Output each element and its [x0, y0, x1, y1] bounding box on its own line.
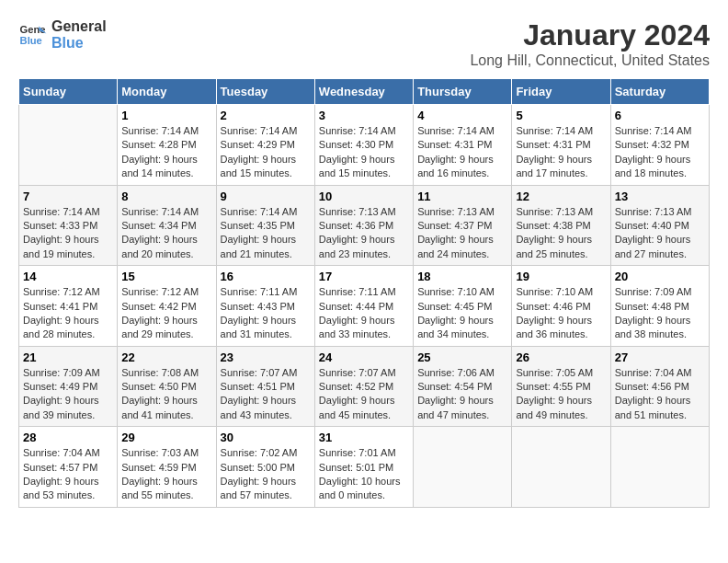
calendar-cell: 4Sunrise: 7:14 AM Sunset: 4:31 PM Daylig…: [414, 105, 512, 186]
day-number: 17: [319, 270, 409, 283]
calendar-week-row: 1Sunrise: 7:14 AM Sunset: 4:28 PM Daylig…: [19, 105, 710, 186]
calendar-table: SundayMondayTuesdayWednesdayThursdayFrid…: [18, 78, 710, 508]
day-number: 25: [417, 350, 507, 364]
day-number: 4: [417, 109, 507, 122]
calendar-cell: 3Sunrise: 7:14 AM Sunset: 4:30 PM Daylig…: [314, 105, 413, 186]
calendar-header: SundayMondayTuesdayWednesdayThursdayFrid…: [19, 79, 710, 105]
day-number: 20: [615, 270, 705, 283]
weekday-header: Monday: [118, 79, 216, 105]
day-info: Sunrise: 7:14 AM Sunset: 4:29 PM Dayligh…: [221, 124, 311, 181]
weekday-header: Thursday: [414, 79, 512, 105]
calendar-week-row: 21Sunrise: 7:09 AM Sunset: 4:49 PM Dayli…: [19, 346, 710, 427]
day-number: 3: [319, 109, 409, 122]
logo-line2: Blue: [51, 35, 107, 52]
day-info: Sunrise: 7:14 AM Sunset: 4:30 PM Dayligh…: [319, 124, 409, 181]
day-number: 18: [417, 270, 507, 283]
calendar-cell: [414, 427, 512, 508]
day-info: Sunrise: 7:02 AM Sunset: 5:00 PM Dayligh…: [221, 446, 311, 503]
day-number: 22: [121, 350, 211, 364]
day-number: 29: [121, 431, 211, 444]
day-info: Sunrise: 7:08 AM Sunset: 4:50 PM Dayligh…: [121, 366, 211, 423]
day-info: Sunrise: 7:09 AM Sunset: 4:48 PM Dayligh…: [615, 285, 705, 342]
calendar-cell: 21Sunrise: 7:09 AM Sunset: 4:49 PM Dayli…: [19, 346, 118, 427]
weekday-header: Sunday: [19, 79, 118, 105]
day-number: 31: [319, 431, 409, 444]
title-area: January 2024 Long Hill, Connecticut, Uni…: [470, 18, 710, 69]
day-info: Sunrise: 7:14 AM Sunset: 4:33 PM Dayligh…: [23, 205, 113, 262]
day-info: Sunrise: 7:01 AM Sunset: 5:01 PM Dayligh…: [319, 446, 409, 503]
day-number: 9: [221, 190, 311, 203]
day-number: 8: [121, 190, 211, 203]
day-number: 15: [121, 270, 211, 283]
day-number: 30: [221, 431, 311, 444]
calendar-cell: 5Sunrise: 7:14 AM Sunset: 4:31 PM Daylig…: [512, 105, 610, 186]
day-number: 26: [516, 350, 606, 364]
logo-icon: Gene Blue: [18, 20, 48, 50]
header: Gene Blue General Blue January 2024 Long…: [18, 18, 710, 69]
day-info: Sunrise: 7:10 AM Sunset: 4:46 PM Dayligh…: [516, 285, 606, 342]
day-info: Sunrise: 7:11 AM Sunset: 4:43 PM Dayligh…: [221, 285, 311, 342]
calendar-cell: 9Sunrise: 7:14 AM Sunset: 4:35 PM Daylig…: [216, 185, 314, 266]
day-info: Sunrise: 7:14 AM Sunset: 4:35 PM Dayligh…: [221, 205, 311, 262]
calendar-cell: 23Sunrise: 7:07 AM Sunset: 4:51 PM Dayli…: [216, 346, 314, 427]
month-title: January 2024: [470, 18, 710, 52]
calendar-cell: 2Sunrise: 7:14 AM Sunset: 4:29 PM Daylig…: [216, 105, 314, 186]
calendar-cell: 13Sunrise: 7:13 AM Sunset: 4:40 PM Dayli…: [610, 185, 709, 266]
weekday-header: Friday: [512, 79, 610, 105]
day-number: 13: [615, 190, 705, 203]
calendar-cell: 31Sunrise: 7:01 AM Sunset: 5:01 PM Dayli…: [314, 427, 413, 508]
svg-text:Blue: Blue: [20, 35, 42, 46]
day-info: Sunrise: 7:09 AM Sunset: 4:49 PM Dayligh…: [23, 366, 113, 423]
calendar-cell: 28Sunrise: 7:04 AM Sunset: 4:57 PM Dayli…: [19, 427, 118, 508]
calendar-cell: 7Sunrise: 7:14 AM Sunset: 4:33 PM Daylig…: [19, 185, 118, 266]
day-number: 24: [319, 350, 409, 364]
calendar-cell: [19, 105, 118, 186]
calendar-week-row: 7Sunrise: 7:14 AM Sunset: 4:33 PM Daylig…: [19, 185, 710, 266]
calendar-cell: 10Sunrise: 7:13 AM Sunset: 4:36 PM Dayli…: [314, 185, 413, 266]
day-number: 2: [221, 109, 311, 122]
calendar-cell: 22Sunrise: 7:08 AM Sunset: 4:50 PM Dayli…: [118, 346, 216, 427]
calendar-cell: [512, 427, 610, 508]
calendar-cell: 20Sunrise: 7:09 AM Sunset: 4:48 PM Dayli…: [610, 266, 709, 347]
day-number: 12: [516, 190, 606, 203]
day-info: Sunrise: 7:14 AM Sunset: 4:28 PM Dayligh…: [121, 124, 211, 181]
day-info: Sunrise: 7:12 AM Sunset: 4:42 PM Dayligh…: [121, 285, 211, 342]
calendar-cell: 17Sunrise: 7:11 AM Sunset: 4:44 PM Dayli…: [314, 266, 413, 347]
day-number: 28: [23, 431, 113, 444]
calendar-cell: 18Sunrise: 7:10 AM Sunset: 4:45 PM Dayli…: [414, 266, 512, 347]
day-info: Sunrise: 7:04 AM Sunset: 4:56 PM Dayligh…: [615, 366, 705, 423]
day-info: Sunrise: 7:13 AM Sunset: 4:36 PM Dayligh…: [319, 205, 409, 262]
calendar-cell: 12Sunrise: 7:13 AM Sunset: 4:38 PM Dayli…: [512, 185, 610, 266]
calendar-cell: 26Sunrise: 7:05 AM Sunset: 4:55 PM Dayli…: [512, 346, 610, 427]
calendar-body: 1Sunrise: 7:14 AM Sunset: 4:28 PM Daylig…: [19, 105, 710, 508]
day-number: 1: [121, 109, 211, 122]
calendar-cell: 27Sunrise: 7:04 AM Sunset: 4:56 PM Dayli…: [610, 346, 709, 427]
day-info: Sunrise: 7:13 AM Sunset: 4:38 PM Dayligh…: [516, 205, 606, 262]
calendar-cell: 8Sunrise: 7:14 AM Sunset: 4:34 PM Daylig…: [118, 185, 216, 266]
day-info: Sunrise: 7:11 AM Sunset: 4:44 PM Dayligh…: [319, 285, 409, 342]
day-number: 27: [615, 350, 705, 364]
day-number: 6: [615, 109, 705, 122]
weekday-header: Wednesday: [314, 79, 413, 105]
calendar-cell: 29Sunrise: 7:03 AM Sunset: 4:59 PM Dayli…: [118, 427, 216, 508]
calendar-cell: 19Sunrise: 7:10 AM Sunset: 4:46 PM Dayli…: [512, 266, 610, 347]
day-number: 10: [319, 190, 409, 203]
calendar-cell: 14Sunrise: 7:12 AM Sunset: 4:41 PM Dayli…: [19, 266, 118, 347]
day-info: Sunrise: 7:13 AM Sunset: 4:40 PM Dayligh…: [615, 205, 705, 262]
day-info: Sunrise: 7:07 AM Sunset: 4:51 PM Dayligh…: [221, 366, 311, 423]
calendar-cell: 24Sunrise: 7:07 AM Sunset: 4:52 PM Dayli…: [314, 346, 413, 427]
day-number: 7: [23, 190, 113, 203]
calendar-cell: 1Sunrise: 7:14 AM Sunset: 4:28 PM Daylig…: [118, 105, 216, 186]
day-info: Sunrise: 7:10 AM Sunset: 4:45 PM Dayligh…: [417, 285, 507, 342]
weekday-header: Saturday: [610, 79, 709, 105]
day-info: Sunrise: 7:14 AM Sunset: 4:32 PM Dayligh…: [615, 124, 705, 181]
calendar-cell: [610, 427, 709, 508]
location-title: Long Hill, Connecticut, United States: [470, 52, 710, 69]
day-number: 14: [23, 270, 113, 283]
day-number: 16: [221, 270, 311, 283]
calendar-week-row: 28Sunrise: 7:04 AM Sunset: 4:57 PM Dayli…: [19, 427, 710, 508]
day-number: 23: [221, 350, 311, 364]
day-info: Sunrise: 7:14 AM Sunset: 4:31 PM Dayligh…: [516, 124, 606, 181]
day-info: Sunrise: 7:05 AM Sunset: 4:55 PM Dayligh…: [516, 366, 606, 423]
day-info: Sunrise: 7:12 AM Sunset: 4:41 PM Dayligh…: [23, 285, 113, 342]
